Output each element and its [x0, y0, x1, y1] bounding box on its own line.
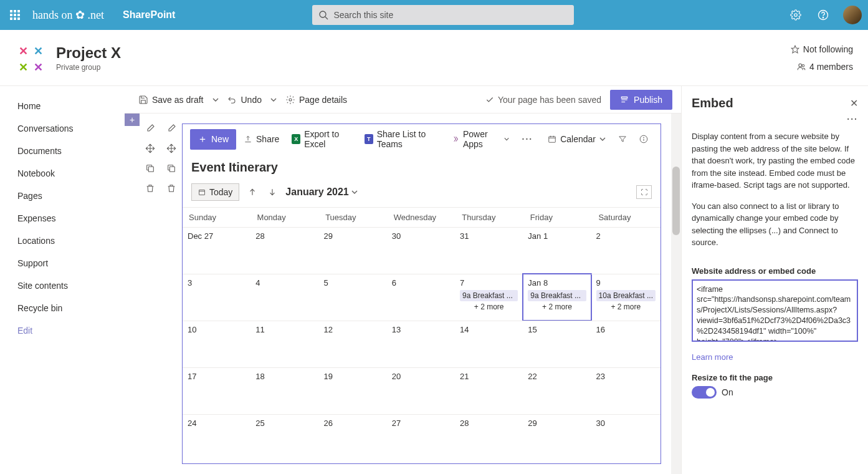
move-webpart-icon[interactable] — [166, 143, 176, 153]
move-section-icon[interactable] — [145, 143, 155, 153]
calendar-cell[interactable]: 14 — [455, 321, 523, 367]
calendar-cell[interactable]: 18 — [250, 367, 318, 414]
panel-more-button[interactable]: ··· — [692, 114, 858, 124]
calendar-cell[interactable]: 10 — [183, 321, 250, 367]
settings-icon[interactable] — [782, 0, 809, 30]
page-details-button[interactable]: Page details — [280, 92, 352, 107]
publish-icon — [620, 95, 629, 104]
calendar-cell[interactable]: 15 — [523, 321, 591, 367]
nav-locations[interactable]: Locations — [0, 230, 125, 252]
calendar-cell[interactable]: 31 — [455, 227, 523, 274]
new-item-button[interactable]: ＋ New — [190, 129, 236, 150]
powerapps-button[interactable]: Power Apps — [447, 127, 515, 152]
calendar-cell[interactable]: 20 — [387, 367, 455, 414]
prev-month-button[interactable] — [246, 185, 259, 199]
calendar-cell[interactable]: 3 — [183, 274, 250, 321]
calendar-cell[interactable]: 5 — [319, 274, 387, 321]
calendar-cell[interactable]: 21 — [455, 367, 523, 414]
publish-button[interactable]: Publish — [610, 90, 672, 110]
calendar-cell[interactable]: Dec 27 — [183, 227, 250, 274]
tenant-brand[interactable]: hands on ✿ .net — [32, 8, 104, 22]
calendar-cell[interactable]: 19 — [319, 367, 387, 414]
nav-recycle-bin[interactable]: Recycle bin — [0, 297, 125, 319]
delete-section-icon[interactable] — [145, 183, 155, 193]
scrollbar[interactable] — [671, 114, 681, 474]
more-events-link[interactable]: + 2 more — [528, 302, 586, 311]
calendar-cell[interactable]: 12 — [319, 321, 387, 367]
share-teams-button[interactable]: T Share List to Teams — [360, 127, 445, 152]
nav-notebook[interactable]: Notebook — [0, 162, 125, 185]
calendar-cell[interactable]: 13 — [387, 321, 455, 367]
nav-documents[interactable]: Documents — [0, 140, 125, 162]
expand-button[interactable]: ⛶ — [636, 185, 652, 199]
calendar-view-button[interactable]: Calendar — [543, 132, 611, 147]
calendar-cell[interactable]: 30 — [591, 414, 661, 461]
resize-toggle[interactable] — [692, 386, 717, 399]
filter-button[interactable] — [613, 132, 632, 146]
help-icon[interactable] — [809, 0, 837, 30]
nav-support[interactable]: Support — [0, 252, 125, 274]
edit-section-icon[interactable] — [145, 123, 155, 133]
embed-code-input[interactable] — [692, 279, 858, 342]
share-button[interactable]: Share — [239, 132, 284, 147]
edit-webpart-icon[interactable] — [166, 123, 176, 133]
calendar-cell[interactable]: 16 — [591, 321, 661, 367]
nav-expenses[interactable]: Expenses — [0, 207, 125, 230]
info-button[interactable] — [634, 132, 653, 146]
calendar-cell[interactable]: 17 — [183, 367, 250, 414]
user-avatar[interactable] — [843, 6, 862, 24]
duplicate-section-icon[interactable] — [145, 163, 155, 173]
undo-button[interactable]: Undo — [222, 92, 267, 107]
more-actions-button[interactable]: ··· — [517, 132, 538, 147]
calendar-cell[interactable]: 27 — [387, 414, 455, 461]
calendar-cell[interactable]: 22 — [523, 367, 591, 414]
members-button[interactable]: 4 members — [797, 62, 853, 72]
site-logo[interactable]: ✕ ✕ ✕ ✕ — [15, 42, 46, 74]
calendar-cell[interactable]: 30 — [387, 227, 455, 274]
event-chip[interactable]: 10a Breakfast ... — [596, 290, 656, 301]
delete-webpart-icon[interactable] — [166, 183, 176, 193]
more-events-link[interactable]: + 2 more — [460, 302, 518, 311]
site-title[interactable]: Project X — [56, 44, 121, 62]
app-launcher-icon[interactable] — [0, 0, 30, 30]
nav-conversations[interactable]: Conversations — [0, 117, 125, 140]
month-picker[interactable]: January 2021 — [285, 186, 357, 198]
learn-more-link[interactable]: Learn more — [692, 352, 858, 362]
search-input[interactable]: Search this site — [312, 5, 574, 25]
nav-pages[interactable]: Pages — [0, 185, 125, 207]
duplicate-webpart-icon[interactable] — [166, 163, 176, 173]
calendar-cell[interactable]: 11 — [250, 321, 318, 367]
calendar-cell[interactable]: 28 — [250, 227, 318, 274]
calendar-cell[interactable]: 910a Breakfast ...+ 2 more — [591, 274, 661, 321]
save-dropdown[interactable] — [209, 97, 222, 103]
close-icon[interactable]: ✕ — [850, 97, 858, 109]
next-month-button[interactable] — [265, 185, 279, 199]
calendar-cell[interactable]: 29 — [319, 227, 387, 274]
more-events-link[interactable]: + 2 more — [596, 302, 656, 311]
calendar-cell[interactable]: 26 — [319, 414, 387, 461]
nav-home[interactable]: Home — [0, 95, 125, 117]
calendar-cell[interactable]: 23 — [591, 367, 661, 414]
scrollbar-thumb[interactable] — [672, 167, 680, 235]
add-section-button[interactable]: + — [125, 114, 140, 126]
calendar-cell[interactable]: Jan 1 — [523, 227, 591, 274]
event-chip[interactable]: 9a Breakfast ... — [528, 290, 586, 301]
nav-site-contents[interactable]: Site contents — [0, 274, 125, 297]
event-chip[interactable]: 9a Breakfast ... — [460, 290, 518, 301]
export-excel-button[interactable]: X Export to Excel — [287, 127, 356, 152]
calendar-cell[interactable]: 6 — [387, 274, 455, 321]
calendar-cell[interactable]: 2 — [591, 227, 661, 274]
calendar-cell[interactable]: Jan 89a Breakfast ...+ 2 more — [523, 274, 591, 321]
calendar-cell[interactable]: 24 — [183, 414, 250, 461]
today-button[interactable]: Today — [191, 183, 239, 201]
app-name[interactable]: SharePoint — [123, 9, 175, 21]
calendar-cell[interactable]: 79a Breakfast ...+ 2 more — [455, 274, 523, 321]
nav-edit[interactable]: Edit — [0, 319, 125, 342]
follow-button[interactable]: Not following — [791, 44, 853, 54]
calendar-cell[interactable]: 29 — [523, 414, 591, 461]
calendar-cell[interactable]: 28 — [455, 414, 523, 461]
save-draft-button[interactable]: Save as draft — [133, 92, 209, 107]
calendar-cell[interactable]: 25 — [250, 414, 318, 461]
calendar-cell[interactable]: 4 — [250, 274, 318, 321]
undo-dropdown[interactable] — [267, 97, 280, 103]
